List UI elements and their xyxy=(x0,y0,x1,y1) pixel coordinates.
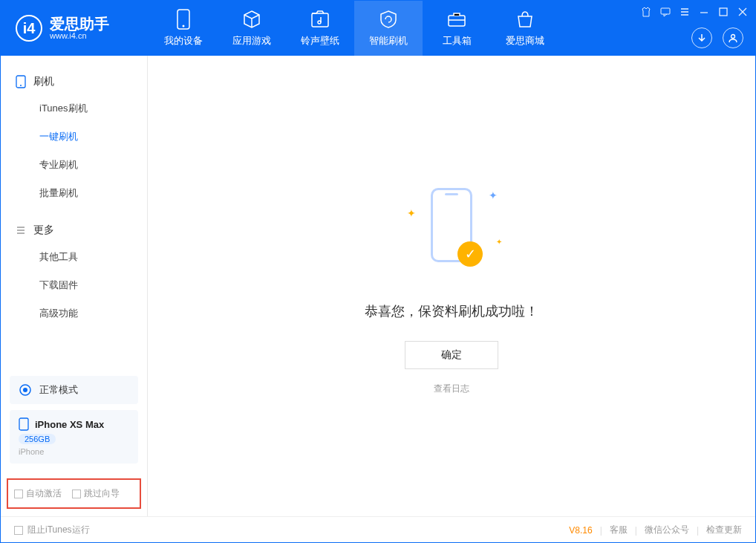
device-capacity: 256GB xyxy=(19,434,56,444)
shirt-icon[interactable] xyxy=(641,7,651,17)
sidebar-item-oneclick-flash[interactable]: 一键刷机 xyxy=(1,123,147,151)
nav-tab-label: 智能刷机 xyxy=(369,34,408,48)
minimize-icon[interactable] xyxy=(699,7,709,17)
svg-rect-12 xyxy=(19,418,28,430)
list-icon xyxy=(16,225,26,235)
footer-right: V8.16 | 客服 | 微信公众号 | 检查更新 xyxy=(569,524,742,536)
main-content: ✦ ✦ ✦ ✓ 恭喜您，保资料刷机成功啦！ 确定 查看日志 xyxy=(148,56,755,516)
separator: | xyxy=(600,525,602,536)
auto-activate-checkbox[interactable]: 自动激活 xyxy=(14,487,62,500)
nav-tab-label: 铃声壁纸 xyxy=(301,34,339,48)
checkbox-label: 阻止iTunes运行 xyxy=(27,524,90,536)
check-badge-icon: ✓ xyxy=(457,241,483,267)
svg-rect-6 xyxy=(720,8,727,16)
device-icon xyxy=(173,9,194,30)
nav-tab-label: 爱思商城 xyxy=(506,34,544,48)
sidebar-item-other-tools[interactable]: 其他工具 xyxy=(1,243,147,271)
device-mode-label: 正常模式 xyxy=(39,383,78,397)
footer: 阻止iTunes运行 V8.16 | 客服 | 微信公众号 | 检查更新 xyxy=(1,516,755,543)
app-header: i4 爱思助手 www.i4.cn 我的设备 应用游戏 铃声壁纸 智能刷机 工具… xyxy=(1,1,755,56)
download-button[interactable] xyxy=(691,27,712,48)
device-row[interactable]: iPhone XS Max 256GB iPhone xyxy=(10,410,138,464)
svg-point-9 xyxy=(20,85,22,86)
separator: | xyxy=(697,525,699,536)
sidebar-item-itunes-flash[interactable]: iTunes刷机 xyxy=(1,94,147,123)
menu-icon[interactable] xyxy=(680,7,690,17)
toolbox-icon xyxy=(446,9,467,30)
device-mode-row[interactable]: 正常模式 xyxy=(10,376,138,404)
feedback-icon[interactable] xyxy=(660,7,671,17)
svg-point-7 xyxy=(731,35,735,39)
sidebar-item-advanced[interactable]: 高级功能 xyxy=(1,299,147,328)
nav-tab-flash[interactable]: 智能刷机 xyxy=(354,1,423,56)
version-label: V8.16 xyxy=(569,525,592,536)
svg-point-11 xyxy=(23,388,27,392)
sparkle-icon: ✦ xyxy=(496,238,502,246)
close-icon[interactable] xyxy=(737,7,748,17)
sidebar-group-title: 刷机 xyxy=(33,75,54,88)
sidebar-item-pro-flash[interactable]: 专业刷机 xyxy=(1,151,147,179)
nav-tab-label: 我的设备 xyxy=(164,34,203,48)
app-subtitle: www.i4.cn xyxy=(50,31,109,40)
nav-tab-toolbox[interactable]: 工具箱 xyxy=(423,1,491,56)
svg-rect-5 xyxy=(661,8,670,14)
separator: | xyxy=(635,525,637,536)
device-icon xyxy=(19,417,29,431)
shield-refresh-icon xyxy=(378,9,399,30)
sidebar-group-flash: 刷机 xyxy=(1,69,147,94)
nav-tab-store[interactable]: 爱思商城 xyxy=(491,1,559,56)
checkbox-label: 跳过向导 xyxy=(84,487,120,500)
footer-link-support[interactable]: 客服 xyxy=(610,524,628,536)
sparkle-icon: ✦ xyxy=(489,189,498,201)
svg-point-1 xyxy=(183,25,185,27)
skip-guide-checkbox[interactable]: 跳过向导 xyxy=(72,487,120,500)
svg-rect-4 xyxy=(449,16,465,26)
device-name: iPhone XS Max xyxy=(35,419,104,430)
sidebar-item-batch-flash[interactable]: 批量刷机 xyxy=(1,179,147,207)
mode-icon xyxy=(19,383,32,397)
nav-tab-ringtones[interactable]: 铃声壁纸 xyxy=(286,1,354,56)
music-folder-icon xyxy=(310,9,330,30)
sparkle-icon: ✦ xyxy=(407,207,416,219)
nav-tab-apps[interactable]: 应用游戏 xyxy=(218,1,286,56)
view-log-link[interactable]: 查看日志 xyxy=(434,383,469,395)
nav-tab-label: 应用游戏 xyxy=(232,34,271,48)
logo-area: i4 爱思助手 www.i4.cn xyxy=(1,15,149,42)
window-controls xyxy=(641,7,748,17)
svg-point-3 xyxy=(318,21,321,24)
user-button[interactable] xyxy=(723,27,743,48)
checkbox-icon xyxy=(14,526,23,535)
sidebar-group-title: 更多 xyxy=(33,224,54,237)
store-icon xyxy=(515,9,535,30)
sidebar: 刷机 iTunes刷机 一键刷机 专业刷机 批量刷机 更多 其他工具 下载固件 … xyxy=(1,56,148,516)
sidebar-group-more: 更多 xyxy=(1,218,147,243)
body-area: 刷机 iTunes刷机 一键刷机 专业刷机 批量刷机 更多 其他工具 下载固件 … xyxy=(1,56,755,516)
phone-icon xyxy=(16,75,26,88)
footer-link-wechat[interactable]: 微信公众号 xyxy=(645,524,689,536)
cube-icon xyxy=(241,9,262,30)
ok-button[interactable]: 确定 xyxy=(405,341,498,369)
success-message: 恭喜您，保资料刷机成功啦！ xyxy=(365,302,538,320)
app-title: 爱思助手 xyxy=(50,16,109,31)
device-info-box: 正常模式 iPhone XS Max 256GB iPhone xyxy=(10,376,138,469)
device-type: iPhone xyxy=(19,447,44,456)
sidebar-item-download-firmware[interactable]: 下载固件 xyxy=(1,271,147,299)
svg-rect-2 xyxy=(312,13,328,27)
block-itunes-checkbox[interactable]: 阻止iTunes运行 xyxy=(14,524,90,536)
app-logo-icon: i4 xyxy=(16,15,42,42)
success-illustration: ✦ ✦ ✦ ✓ xyxy=(400,178,504,282)
checkbox-icon xyxy=(14,490,23,498)
nav-tab-label: 工具箱 xyxy=(443,34,472,48)
footer-link-update[interactable]: 检查更新 xyxy=(706,524,742,536)
nav-tabs: 我的设备 应用游戏 铃声壁纸 智能刷机 工具箱 爱思商城 xyxy=(149,1,559,56)
nav-tab-my-device[interactable]: 我的设备 xyxy=(149,1,218,56)
highlighted-options-box: 自动激活 跳过向导 xyxy=(7,478,141,509)
checkbox-icon xyxy=(72,490,81,498)
header-action-buttons xyxy=(691,27,743,48)
checkbox-label: 自动激活 xyxy=(26,487,62,500)
maximize-icon[interactable] xyxy=(718,7,729,17)
